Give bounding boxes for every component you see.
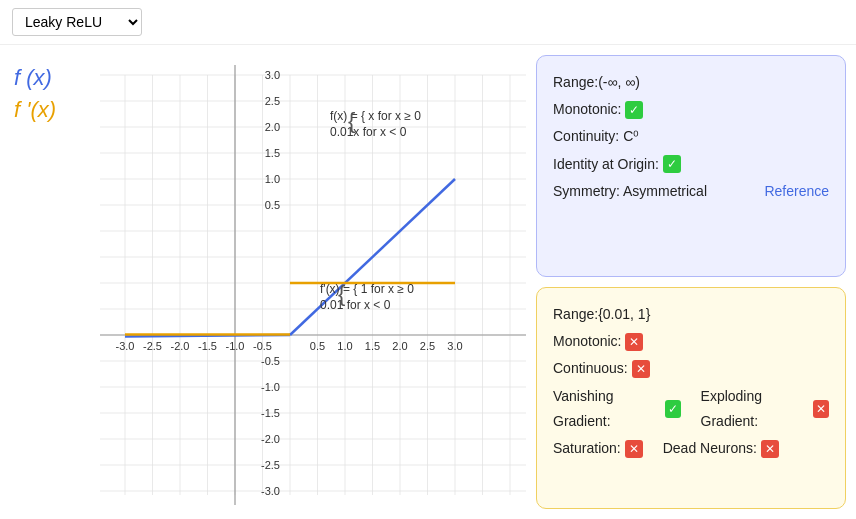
exploding-label: Exploding Gradient: — [701, 384, 810, 434]
range-label: Range:(-∞, ∞) — [553, 70, 640, 95]
info-area: Range:(-∞, ∞) Monotonic: ✓ Continuity: C… — [526, 45, 856, 519]
svg-text:{: { — [348, 108, 355, 133]
svg-text:-3.0: -3.0 — [116, 340, 135, 352]
legend-fpx: f '(x) — [14, 97, 66, 123]
svg-text:2.5: 2.5 — [420, 340, 435, 352]
svg-text:2.0: 2.0 — [265, 121, 280, 133]
svg-text:0.5: 0.5 — [310, 340, 325, 352]
svg-text:-0.5: -0.5 — [253, 340, 272, 352]
svg-text:1.0: 1.0 — [337, 340, 352, 352]
sat-dead-row: Saturation: ✕ Dead Neurons: ✕ — [553, 436, 829, 463]
continuity-row: Continuity: C⁰ — [553, 124, 829, 149]
derivative-range-label: Range:{0.01, 1} — [553, 302, 650, 327]
vanishing-check-icon: ✓ — [665, 400, 681, 418]
main-area: f (x) f '(x) — [0, 45, 856, 519]
continuity-label: Continuity: — [553, 124, 619, 149]
vanishing-label: Vanishing Gradient: — [553, 384, 661, 434]
graph-svg: -3.0 -2.5 -2.0 -1.5 -1.0 -0.5 0.5 1.0 1.… — [80, 45, 526, 519]
legend-fx: f (x) — [14, 65, 66, 91]
derivative-range-row: Range:{0.01, 1} — [553, 302, 829, 327]
reference-link[interactable]: Reference — [764, 179, 829, 204]
svg-text:3.0: 3.0 — [447, 340, 462, 352]
saturation-label: Saturation: — [553, 436, 621, 461]
d-monotonic-label: Monotonic: — [553, 329, 621, 354]
monotonic-check-icon: ✓ — [625, 101, 643, 119]
symmetry-ref-row: Symmetry: Asymmetrical Reference — [553, 179, 829, 204]
info-box-bottom: Range:{0.01, 1} Monotonic: ✕ Continuous:… — [536, 287, 846, 509]
exploding-cross-icon: ✕ — [813, 400, 829, 418]
d-continuous-label: Continuous: — [553, 356, 628, 381]
svg-text:{: { — [338, 281, 345, 306]
svg-text:-1.5: -1.5 — [198, 340, 217, 352]
svg-text:0.5: 0.5 — [265, 199, 280, 211]
svg-text:2.0: 2.0 — [392, 340, 407, 352]
monotonic-label: Monotonic: — [553, 97, 621, 122]
svg-text:2.5: 2.5 — [265, 95, 280, 107]
svg-text:-1.5: -1.5 — [261, 407, 280, 419]
dead-neurons-label: Dead Neurons: — [663, 436, 757, 461]
graph-area: -3.0 -2.5 -2.0 -1.5 -1.0 -0.5 0.5 1.0 1.… — [80, 45, 526, 519]
identity-row: Identity at Origin: ✓ — [553, 152, 829, 177]
svg-text:-1.0: -1.0 — [226, 340, 245, 352]
svg-text:-2.5: -2.5 — [261, 459, 280, 471]
svg-text:-2.5: -2.5 — [143, 340, 162, 352]
d-continuous-cross-icon: ✕ — [632, 360, 650, 378]
svg-text:1.0: 1.0 — [265, 173, 280, 185]
svg-text:1.5: 1.5 — [265, 147, 280, 159]
identity-check-icon: ✓ — [663, 155, 681, 173]
exploding-row: Exploding Gradient: ✕ — [701, 384, 829, 434]
monotonic-row: Monotonic: ✓ — [553, 97, 829, 122]
d-monotonic-row: Monotonic: ✕ — [553, 329, 829, 354]
top-bar: Leaky ReLU ReLU Sigmoid Tanh Linear ELU — [0, 0, 856, 45]
identity-label: Identity at Origin: — [553, 152, 659, 177]
legend-area: f (x) f '(x) — [0, 45, 80, 519]
svg-text:-1.0: -1.0 — [261, 381, 280, 393]
d-continuous-row: Continuous: ✕ — [553, 356, 829, 381]
saturation-cross-icon: ✕ — [625, 440, 643, 458]
symmetry-label: Symmetry: Asymmetrical — [553, 179, 707, 204]
svg-text:f(x) = {  x        for x ≥ 0
 : f(x) = { x for x ≥ 0 0.01x for x < 0 — [330, 109, 424, 139]
svg-text:-2.0: -2.0 — [171, 340, 190, 352]
svg-text:-2.0: -2.0 — [261, 433, 280, 445]
vanishing-row: Vanishing Gradient: ✓ — [553, 384, 681, 434]
gradient-row: Vanishing Gradient: ✓ Exploding Gradient… — [553, 384, 829, 436]
svg-text:f'(x) = {  1        for x ≥ 0
: f'(x) = { 1 for x ≥ 0 0.01 for x < 0 — [320, 282, 417, 312]
info-box-top: Range:(-∞, ∞) Monotonic: ✓ Continuity: C… — [536, 55, 846, 277]
svg-text:1.5: 1.5 — [365, 340, 380, 352]
continuity-value: C⁰ — [623, 124, 639, 149]
svg-text:3.0: 3.0 — [265, 69, 280, 81]
d-monotonic-cross-icon: ✕ — [625, 333, 643, 351]
function-select[interactable]: Leaky ReLU ReLU Sigmoid Tanh Linear ELU — [12, 8, 142, 36]
dead-neurons-row: Dead Neurons: ✕ — [663, 436, 779, 461]
saturation-row: Saturation: ✕ — [553, 436, 643, 461]
range-row: Range:(-∞, ∞) — [553, 70, 829, 95]
svg-text:-0.5: -0.5 — [261, 355, 280, 367]
svg-text:-3.0: -3.0 — [261, 485, 280, 497]
dead-neurons-cross-icon: ✕ — [761, 440, 779, 458]
